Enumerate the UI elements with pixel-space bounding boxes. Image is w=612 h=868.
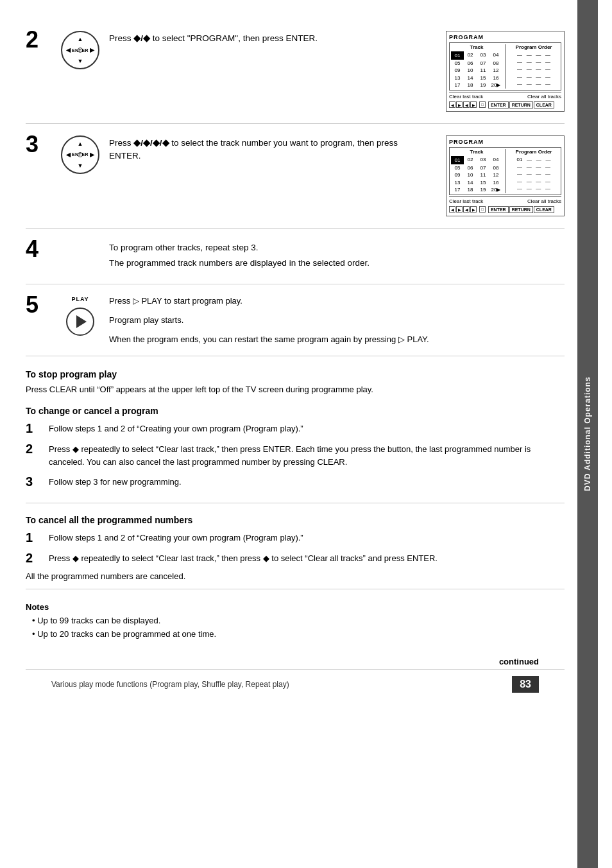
ctrl-sq4: ▶: [470, 101, 477, 108]
track-13: 13: [451, 74, 464, 82]
track2-04: 04: [489, 156, 502, 164]
track2-16: 16: [489, 179, 502, 186]
step-5-line3: When the program ends, you can restart t…: [109, 334, 565, 344]
ctrl-clear: CLEAR: [534, 101, 554, 108]
cancel-substep-2-text: Press ◆ repeatedly to select “Clear last…: [49, 551, 565, 565]
track2-11: 11: [477, 171, 489, 178]
change-substep-3: 3 Follow step 3 for new programming.: [26, 474, 565, 489]
step-5-number: 5: [26, 293, 51, 317]
enter-label-2: ENTER: [72, 152, 89, 157]
stop-section: To stop program play Press CLEAR until “…: [26, 369, 565, 394]
prog-order-vals-2: 01 — — — — — — — — — — — — — — — — — — —: [508, 156, 559, 192]
track2-20: 20▶: [489, 186, 502, 193]
enter-center-dot: ENTER: [78, 48, 83, 53]
enter-button-icon-2: ▲ ▼ ◀ ▶ ENTER: [61, 135, 99, 174]
track2-03: 03: [477, 156, 489, 164]
step-2-body: Press ◆/◆ to select "PROGRAM", then pres…: [109, 31, 430, 48]
page-footer: Various play mode functions (Program pla…: [26, 669, 565, 699]
arrow-down-icon-2: ▼: [78, 162, 83, 169]
step-5-line2: Program play starts.: [109, 315, 565, 325]
notes-title: Notes: [26, 602, 565, 612]
step-4-line2: The programmed track numbers are display…: [109, 257, 565, 270]
track2-14: 14: [464, 179, 477, 186]
cancel-section: To cancel all the programmed numbers 1 F…: [26, 515, 565, 589]
enter-label: ENTER: [72, 48, 89, 53]
ctrl2-return: RETURN: [509, 206, 533, 213]
track-07: 07: [477, 60, 489, 67]
program-display-2: PROGRAM Track 01 02 03 04 05 06 07: [446, 135, 565, 216]
prog-inner-1: Track 01 02 03 04 05 06 07 08 09: [449, 42, 561, 91]
ctrl2-sq2: ▶: [456, 206, 463, 213]
arrow-left-icon: ◀: [66, 47, 71, 53]
step-2-diagram: PROGRAM Track 01 02 03 04 05 06 07: [436, 31, 565, 112]
change-section-title: To change or cancel a program: [26, 406, 565, 416]
track-10: 10: [464, 67, 477, 74]
track-18: 18: [464, 82, 477, 89]
step-2-icon: ▲ ▼ ◀ ▶ ENTER: [58, 31, 103, 69]
step-2-number: 2: [26, 28, 51, 51]
ctrl-return: RETURN: [509, 101, 533, 108]
footer-page-number: 83: [512, 676, 539, 693]
change-substep-2-text: Press ◆ repeatedly to select “Clear last…: [49, 442, 565, 468]
step-5-content: Press ▷ PLAY to start program play. Prog…: [109, 296, 565, 344]
prog-clear-all-1: Clear all tracks: [527, 94, 561, 100]
stop-section-title: To stop program play: [26, 369, 565, 379]
note-item-1: Up to 99 tracks can be displayed.: [32, 614, 565, 628]
track-05: 05: [451, 60, 464, 67]
side-tab-label: DVD Additional Operations: [583, 377, 592, 492]
play-label: PLAY: [71, 296, 89, 302]
step-5-row: 5 PLAY Press ▷ PLAY to start program pla…: [26, 284, 565, 356]
change-substep-1: 1 Follow steps 1 and 2 of “Creating your…: [26, 421, 565, 435]
prog-track-header-2: Track: [451, 149, 502, 155]
stop-section-text: Press CLEAR until “Off” appears at the u…: [26, 385, 565, 394]
change-substep-2: 2 Press ◆ repeatedly to select “Clear la…: [26, 442, 565, 468]
track-11: 11: [477, 67, 489, 74]
prog-clear-all-2: Clear all tracks: [527, 198, 561, 204]
track-02: 02: [464, 51, 477, 60]
track2-10: 10: [464, 171, 477, 178]
prog-bottom-1: Clear last track Clear all tracks: [449, 92, 561, 100]
continued-label: continued: [26, 657, 539, 666]
prog-inner-2: Track 01 02 03 04 05 06 07 08 09: [449, 147, 561, 195]
change-section: To change or cancel a program 1 Follow s…: [26, 406, 565, 503]
track2-01: 01: [451, 156, 464, 164]
play-triangle-icon: [76, 315, 87, 328]
prog-controls-2: ◀ ▶ ◀ ▶ □ ENTER RETURN CLEAR: [449, 206, 561, 213]
prog-order-vals-1: — — — — — — — — — — — — — — — — — — — —: [508, 51, 559, 87]
change-substep-3-num: 3: [26, 474, 44, 489]
ctrl2-sq4: ▶: [470, 206, 477, 213]
step-3-diagram: PROGRAM Track 01 02 03 04 05 06 07: [436, 135, 565, 216]
track2-07: 07: [477, 164, 489, 171]
step-5-line1: Press ▷ PLAY to start program play.: [109, 296, 565, 306]
arrow-left-icon-2: ◀: [66, 152, 71, 158]
track2-18: 18: [464, 186, 477, 193]
track-09: 09: [451, 67, 464, 74]
step-2-instruction: Press ◆/◆ to select "PROGRAM", then pres…: [109, 32, 430, 45]
step-4-row: 4 To program other tracks, repeat step 3…: [26, 229, 565, 285]
ctrl2-sq5: □: [479, 206, 486, 213]
track-19: 19: [477, 82, 489, 89]
track-04: 04: [489, 51, 502, 60]
prog-left-1: Track 01 02 03 04 05 06 07 08 09: [451, 44, 506, 89]
prog-track-grid-2: 01 02 03 04 05 06 07 08 09 10 11: [451, 156, 502, 193]
prog-right-2: Program Order 01 — — — — — — — — — — — —…: [506, 149, 559, 193]
step-2-row: 2 ▲ ▼ ◀ ▶ ENTER Press ◆/◆ to select "PRO…: [26, 19, 565, 124]
prog-clear-last-2: Clear last track: [449, 198, 483, 204]
ctrl-sq2: ▶: [456, 101, 463, 108]
step-3-row: 3 ▲ ▼ ◀ ▶ ENTER Press ◆/◆/◆/◆ to select …: [26, 124, 565, 229]
ctrl2-sq1: ◀: [449, 206, 455, 213]
track2-17: 17: [451, 186, 464, 193]
arrow-up-icon: ▲: [78, 36, 83, 42]
play-circle-icon: [66, 308, 94, 336]
cancel-after-text: All the programmed numbers are canceled.: [26, 571, 565, 581]
enter-button-icon: ▲ ▼ ◀ ▶ ENTER: [61, 31, 99, 69]
prog-order-header-1: Program Order: [508, 44, 559, 50]
page-container: 2 ▲ ▼ ◀ ▶ ENTER Press ◆/◆ to select "PRO…: [0, 0, 612, 868]
cancel-substep-1: 1 Follow steps 1 and 2 of “Creating your…: [26, 530, 565, 544]
prog-clear-last-1: Clear last track: [449, 94, 483, 100]
footer-text: Various play mode functions (Program pla…: [51, 680, 289, 689]
track2-08: 08: [489, 164, 502, 171]
change-substep-3-text: Follow step 3 for new programming.: [49, 474, 565, 489]
track2-09: 09: [451, 171, 464, 178]
prog-track-header-1: Track: [451, 44, 502, 50]
